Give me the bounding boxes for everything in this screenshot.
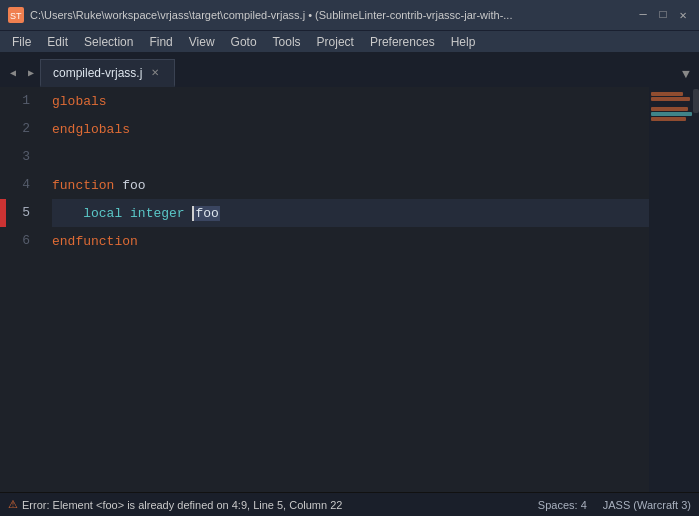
code-area[interactable]: globals endglobals function foo local in… bbox=[44, 87, 649, 492]
menu-preferences[interactable]: Preferences bbox=[362, 33, 443, 51]
title-bar: ST C:\Users\Ruke\workspace\vrjass\target… bbox=[0, 0, 699, 30]
svg-text:ST: ST bbox=[10, 11, 22, 21]
token-endglobals: endglobals bbox=[52, 122, 130, 137]
menu-view[interactable]: View bbox=[181, 33, 223, 51]
token-space-5b bbox=[185, 206, 193, 221]
tab-nav-right[interactable]: ▶ bbox=[22, 59, 40, 87]
line-number-3: 3 bbox=[6, 143, 38, 171]
token-foo-name: foo bbox=[122, 178, 145, 193]
error-icon: ⚠ bbox=[8, 498, 18, 511]
menu-file[interactable]: File bbox=[4, 33, 39, 51]
tab-compiled-vrjass[interactable]: compiled-vrjass.j ✕ bbox=[40, 59, 175, 87]
mini-line-1 bbox=[651, 92, 683, 96]
line-number-2: 2 bbox=[6, 115, 38, 143]
spaces-indicator[interactable]: Spaces: 4 bbox=[538, 499, 587, 511]
menu-selection[interactable]: Selection bbox=[76, 33, 141, 51]
gutter-line-2: 2 bbox=[0, 115, 44, 143]
token-foo-cursor: foo bbox=[192, 206, 219, 221]
menu-help[interactable]: Help bbox=[443, 33, 484, 51]
syntax-indicator[interactable]: JASS (Warcraft 3) bbox=[603, 499, 691, 511]
window-controls: — □ ✕ bbox=[635, 7, 691, 23]
minimap bbox=[649, 87, 699, 492]
token-space-4 bbox=[114, 178, 122, 193]
status-bar: ⚠ Error: Element <foo> is already define… bbox=[0, 492, 699, 516]
gutter-line-6: 6 bbox=[0, 227, 44, 255]
gutter-line-3: 3 bbox=[0, 143, 44, 171]
token-space-5a bbox=[122, 206, 130, 221]
tab-label: compiled-vrjass.j bbox=[53, 66, 142, 80]
close-button[interactable]: ✕ bbox=[675, 7, 691, 23]
line-number-1: 1 bbox=[6, 87, 38, 115]
token-indent-5 bbox=[52, 206, 83, 221]
gutter-line-1: 1 bbox=[0, 87, 44, 115]
token-globals: globals bbox=[52, 94, 107, 109]
status-error-area: ⚠ Error: Element <foo> is already define… bbox=[8, 498, 538, 511]
code-line-1: globals bbox=[52, 87, 649, 115]
minimap-content bbox=[649, 87, 699, 126]
mini-line-5 bbox=[651, 112, 692, 116]
minimap-scroll-indicator bbox=[693, 89, 699, 113]
tab-overflow-button[interactable]: ▼ bbox=[677, 65, 695, 83]
menu-bar: File Edit Selection Find View Goto Tools… bbox=[0, 30, 699, 52]
code-line-3 bbox=[52, 143, 649, 171]
line-number-6: 6 bbox=[6, 227, 38, 255]
menu-edit[interactable]: Edit bbox=[39, 33, 76, 51]
tab-close-button[interactable]: ✕ bbox=[148, 66, 162, 80]
status-right-area: Spaces: 4 JASS (Warcraft 3) bbox=[538, 499, 691, 511]
token-function-kw: function bbox=[52, 178, 114, 193]
editor: 1 2 3 4 5 6 globals endglobals bbox=[0, 87, 699, 492]
minimize-button[interactable]: — bbox=[635, 7, 651, 23]
maximize-button[interactable]: □ bbox=[655, 7, 671, 23]
line-number-5: 5 bbox=[6, 199, 38, 227]
menu-tools[interactable]: Tools bbox=[265, 33, 309, 51]
menu-find[interactable]: Find bbox=[141, 33, 180, 51]
token-local-kw: local bbox=[83, 206, 122, 221]
mini-line-6 bbox=[651, 117, 686, 121]
mini-line-2 bbox=[651, 97, 690, 101]
code-line-5: local integer foo bbox=[52, 199, 649, 227]
gutter-line-5: 5 bbox=[0, 199, 44, 227]
app-icon: ST bbox=[8, 7, 24, 23]
window-title: C:\Users\Ruke\workspace\vrjass\target\co… bbox=[30, 9, 629, 21]
code-line-2: endglobals bbox=[52, 115, 649, 143]
error-message: Error: Element <foo> is already defined … bbox=[22, 499, 342, 511]
mini-line-4 bbox=[651, 107, 688, 111]
line-gutter: 1 2 3 4 5 6 bbox=[0, 87, 44, 492]
token-integer-kw: integer bbox=[130, 206, 185, 221]
line-number-4: 4 bbox=[6, 171, 38, 199]
menu-goto[interactable]: Goto bbox=[223, 33, 265, 51]
tab-bar: ◀ ▶ compiled-vrjass.j ✕ ▼ bbox=[0, 52, 699, 87]
menu-project[interactable]: Project bbox=[309, 33, 362, 51]
tab-nav-left[interactable]: ◀ bbox=[4, 59, 22, 87]
code-line-6: endfunction bbox=[52, 227, 649, 255]
code-line-4: function foo bbox=[52, 171, 649, 199]
token-endfunction-kw: endfunction bbox=[52, 234, 138, 249]
gutter-line-4: 4 bbox=[0, 171, 44, 199]
